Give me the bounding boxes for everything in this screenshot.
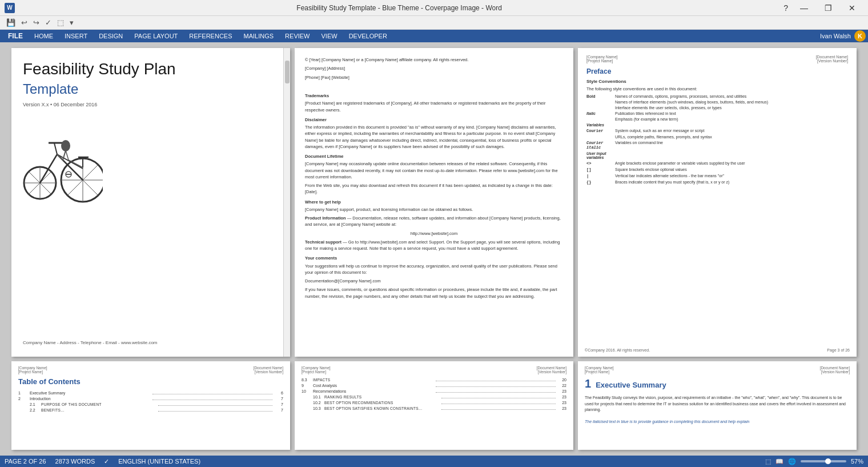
- quick-access-toolbar: 💾 ↩ ↪ ✓ ⬚ ▾: [0, 16, 868, 30]
- document-lifetime-body: [Company Name] may occasionally update o…: [305, 161, 563, 180]
- qat-dropdown-icon[interactable]: ▾: [68, 18, 75, 27]
- restore-button[interactable]: ❐: [817, 0, 839, 16]
- style-desc-2: Interface elements the user selects, cli…: [615, 106, 722, 110]
- user-avatar[interactable]: K: [854, 30, 866, 42]
- title-bar-left: W: [5, 3, 15, 13]
- ribbon-user: Ivan Walsh K: [820, 30, 866, 42]
- svg-line-10: [54, 143, 57, 154]
- pages-top-row: Feasibility Study Plan Template Version …: [11, 48, 857, 357]
- page-exec-summary: [Company Name] [Project Name] [Document …: [578, 361, 857, 450]
- qat-more-icon[interactable]: ⬚: [55, 18, 66, 27]
- toc-mid-item-3: 10 Recommendations 23: [302, 389, 566, 393]
- style-desc-13: Braces indicate content that you must sp…: [615, 180, 729, 185]
- word-icon: W: [5, 3, 15, 13]
- style-desc-8: Variables on command line: [615, 141, 663, 150]
- toc-mid-header: [Company Name] [Project Name] [Document …: [302, 366, 566, 374]
- your-comments-body: Your suggestions will help us continue t…: [305, 263, 563, 276]
- style-item-courier-italic: Courier italic Variables on command line: [586, 141, 848, 150]
- main-content: Feasibility Study Plan Template Version …: [0, 42, 868, 467]
- trademarks-title: Trademarks: [305, 93, 563, 99]
- toc-version: [Version Number]: [254, 370, 283, 374]
- toc-mid-item-3-3: 10.3 Best Option Satisfies Known Constra…: [313, 406, 566, 410]
- style-desc-4: Emphasis (for example a new term): [615, 117, 678, 121]
- toc-mid-company: [Company Name]: [302, 366, 331, 370]
- tech-support-label: Technical support — Go to http://www.[we…: [305, 239, 563, 252]
- close-button[interactable]: ✕: [841, 0, 863, 16]
- cover-template-label: Template: [23, 81, 279, 97]
- scrollbar[interactable]: [283, 48, 290, 357]
- toc-mid-label-2: Recommendations: [313, 389, 433, 393]
- tab-developer[interactable]: DEVELOPER: [343, 31, 393, 41]
- style-item-courier1: Courier System output, such as an error …: [586, 129, 848, 133]
- spellcheck-icon[interactable]: ✓: [43, 18, 53, 27]
- toc-doc-name: [Document Name]: [254, 366, 283, 370]
- style-desc-12: Vertical bar indicates alternate selecti…: [615, 174, 724, 178]
- zoom-slider[interactable]: [801, 460, 846, 462]
- tab-references[interactable]: REFERENCES: [183, 31, 238, 41]
- toc-item-1: 1 Executive Summary 6: [18, 390, 283, 395]
- style-item-italic2: Emphasis (for example a new term): [586, 117, 848, 121]
- toc-mid-item-1: 8.3 Impacts 20: [302, 377, 566, 382]
- toc-page-1: 7: [275, 397, 283, 401]
- help-icon[interactable]: ?: [783, 3, 788, 13]
- document-lifetime-body2: From the Web site, you may also download…: [305, 182, 563, 195]
- tab-review[interactable]: REVIEW: [279, 31, 315, 41]
- preface-company: [Company Name]: [586, 55, 617, 59]
- style-desc-11: Square brackets enclose optional values: [615, 167, 687, 172]
- exec-doc-name: [Document Name]: [820, 366, 850, 370]
- tab-insert[interactable]: INSERT: [59, 31, 93, 41]
- toc-mid-label-5: Best Option Satisfies Known Constraints.…: [324, 406, 439, 410]
- copyright-header: © [Year] [Company Name] or a [Company Na…: [305, 57, 563, 63]
- document-area: Feasibility Study Plan Template Version …: [0, 42, 868, 456]
- redo-icon[interactable]: ↪: [31, 18, 41, 27]
- undo-icon[interactable]: ↩: [19, 18, 29, 27]
- spelling-icon[interactable]: ✓: [104, 458, 109, 465]
- zoom-level[interactable]: 57%: [851, 458, 863, 465]
- exec-italic-text: The italicised text in blue is to provid…: [585, 419, 850, 425]
- disclaimer-body: The information provided in this documen…: [305, 124, 563, 150]
- tab-home[interactable]: HOME: [29, 31, 59, 41]
- style-item-user-input: User input variables: [586, 151, 848, 159]
- your-comments-title: Your comments: [305, 255, 563, 261]
- status-bar: PAGE 2 OF 26 2873 WORDS ✓ ENGLISH (UNITE…: [0, 456, 868, 467]
- view-read-icon[interactable]: 📖: [775, 458, 783, 465]
- copyright-content: © [Year] [Company Name] or a [Company Na…: [295, 48, 573, 310]
- toc-project: [Project Name]: [18, 370, 47, 374]
- copyright-phone: [Phone] [Fax] [Website]: [305, 74, 563, 81]
- language-label[interactable]: ENGLISH (UNITED STATES): [118, 458, 200, 465]
- view-print-icon[interactable]: ⬚: [765, 458, 771, 465]
- view-web-icon[interactable]: 🌐: [788, 458, 796, 465]
- svg-point-14: [61, 140, 70, 151]
- where-help-body: [Company Name] support, product, and lic…: [305, 206, 563, 213]
- window-controls[interactable]: — ❐ ✕: [793, 0, 863, 16]
- exec-title: Executive Summary: [596, 381, 666, 389]
- cover-footer: Company Name - Address - Telephone - Ema…: [23, 340, 279, 345]
- file-tab[interactable]: FILE: [2, 30, 29, 42]
- pages-bottom-row: [Company Name] [Project Name] [Document …: [11, 361, 857, 450]
- style-desc-0: Names of commands, options, programs, pr…: [615, 94, 746, 98]
- tab-design[interactable]: DESIGN: [93, 31, 128, 41]
- toc-mid-label-3: Ranking Results: [324, 395, 439, 399]
- username-label: Ivan Walsh: [820, 33, 851, 39]
- toc-page-3: 7: [275, 408, 283, 412]
- style-item-variables: Variables: [586, 123, 848, 127]
- toc-mid-version: [Version Number]: [537, 370, 566, 374]
- tab-page-layout[interactable]: PAGE LAYOUT: [128, 31, 183, 41]
- toc-item-2-2: 2.2 Benefits... 7: [30, 408, 283, 412]
- exec-body: The Feasibility Study conveys the vision…: [585, 395, 850, 425]
- toc-label-3: Benefits...: [41, 408, 156, 412]
- save-icon[interactable]: 💾: [5, 18, 17, 27]
- toc-mid-label-1: Cost Analysis: [313, 384, 433, 388]
- preface-header: [Company Name] [Project Name] [Document …: [586, 55, 848, 63]
- style-item-italic1: Italic Publication titles referenced in …: [586, 111, 848, 115]
- status-bar-right: ⬚ 📖 🌐 57%: [765, 458, 863, 465]
- minimize-button[interactable]: —: [793, 0, 815, 16]
- tab-mailings[interactable]: MAILINGS: [238, 31, 280, 41]
- preface-footer-right: Page 3 of 26: [827, 348, 850, 352]
- tab-view[interactable]: VIEW: [316, 31, 343, 41]
- preface-doc-name: [Document Name]: [816, 55, 848, 59]
- toc-item-2-1: 2.1 Purpose of this document 7: [30, 402, 283, 406]
- cover-version: Version X.x • 06 December 2016: [23, 102, 279, 107]
- toc-mid-page-0: 20: [558, 378, 566, 382]
- toc-mid-page-4: 23: [558, 401, 566, 405]
